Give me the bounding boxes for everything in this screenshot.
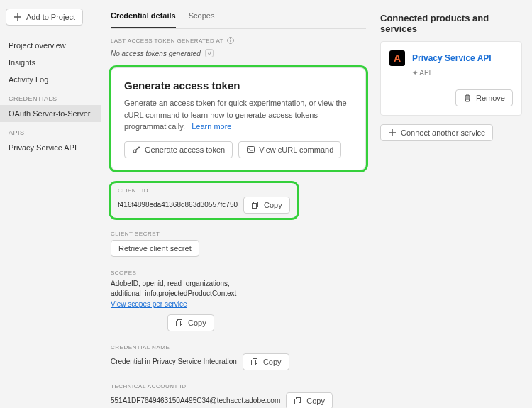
copy-icon — [175, 319, 184, 327]
add-to-project-label: Add to Project — [26, 13, 75, 21]
refresh-icon[interactable] — [205, 49, 214, 57]
svg-rect-12 — [295, 399, 299, 404]
cred-name-copy-button[interactable]: Copy — [243, 353, 289, 370]
svg-point-2 — [230, 38, 231, 40]
plus-icon — [13, 13, 22, 21]
svg-rect-10 — [251, 360, 255, 365]
connected-title: Connected products and services — [380, 13, 522, 34]
cred-name-label: CREDENTIAL NAME — [111, 344, 366, 351]
nav-header-credentials: CREDENTIALS — [0, 88, 101, 105]
client-secret-label: CLIENT SECRET — [111, 231, 366, 237]
scopes-label: SCOPES — [111, 270, 366, 276]
scopes-copy-button[interactable]: Copy — [167, 314, 214, 331]
remove-service-button[interactable]: Remove — [455, 89, 513, 106]
token-generated-label: LAST ACCESS TOKEN GENERATED AT — [111, 38, 223, 44]
learn-more-link[interactable]: Learn more — [192, 122, 231, 131]
terminal-icon — [246, 145, 255, 154]
generate-access-token-button[interactable]: Generate access token — [124, 141, 233, 158]
client-id-copy-button[interactable]: Copy — [243, 197, 290, 214]
svg-point-3 — [133, 150, 136, 153]
client-id-value: f416f4898eda41368d863d30557fc750 — [118, 201, 238, 209]
nav-privacy-api[interactable]: Privacy Service API — [0, 139, 101, 156]
svg-rect-6 — [253, 203, 257, 208]
service-name-link[interactable]: Privacy Service API — [412, 53, 492, 63]
token-status: No access tokens generated — [111, 50, 201, 57]
tech-acct-id-label: TECHNICAL ACCOUNT ID — [111, 383, 366, 390]
copy-icon — [294, 397, 302, 405]
nav-activity-log[interactable]: Activity Log — [0, 71, 101, 88]
trash-icon — [463, 94, 472, 102]
nav-insights[interactable]: Insights — [0, 54, 101, 71]
service-icon: A — [389, 50, 405, 66]
tab-scopes[interactable]: Scopes — [189, 7, 215, 28]
tabs: Credential details Scopes — [111, 7, 366, 29]
nav-oauth-server[interactable]: OAuth Server-to-Server — [0, 105, 101, 122]
plus-icon — [388, 128, 397, 137]
nav-project-overview[interactable]: Project overview — [0, 37, 101, 54]
view-scopes-link[interactable]: View scopes per service — [111, 300, 187, 308]
tech-acct-id-copy-button[interactable]: Copy — [286, 392, 333, 409]
svg-rect-8 — [177, 321, 181, 326]
svg-rect-4 — [247, 147, 254, 153]
generate-token-body: Generate an access token for quick exper… — [124, 97, 353, 133]
copy-icon — [250, 358, 259, 366]
service-type: API — [419, 69, 431, 77]
generate-token-title: Generate access token — [124, 79, 353, 92]
info-icon — [226, 36, 235, 45]
key-icon — [132, 145, 140, 154]
client-id-block: CLIENT ID f416f4898eda41368d863d30557fc7… — [111, 183, 297, 218]
svg-rect-1 — [230, 40, 231, 42]
connected-service-card: A Privacy Service API ✦ API Remove — [380, 41, 522, 116]
retrieve-client-secret-button[interactable]: Retrieve client secret — [111, 240, 199, 257]
scopes-value: AdobeID, openid, read_organizations, add… — [111, 279, 288, 299]
nav-header-apis: APIS — [0, 122, 101, 139]
cred-name-value: Credential in Privacy Service Integratio… — [111, 358, 237, 365]
view-curl-button[interactable]: View cURL command — [238, 141, 341, 158]
connect-another-service-button[interactable]: Connect another service — [380, 124, 493, 141]
tech-acct-id-value: 551A1DF7649463150A495C34@techacct.adobe.… — [111, 397, 280, 404]
copy-icon — [251, 201, 260, 209]
generate-token-card: Generate access token Generate an access… — [111, 67, 366, 170]
add-to-project-button[interactable]: Add to Project — [6, 9, 83, 26]
client-id-label: CLIENT ID — [118, 187, 290, 194]
tab-credential-details[interactable]: Credential details — [111, 7, 176, 28]
